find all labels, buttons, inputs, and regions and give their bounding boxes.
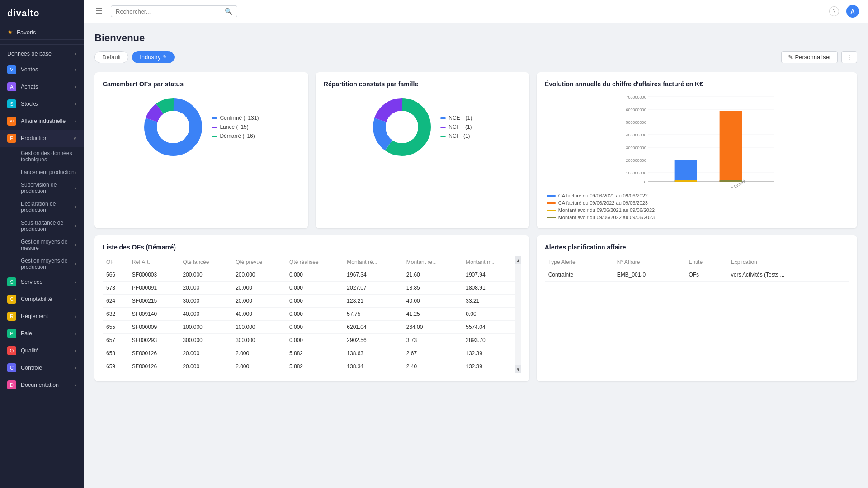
svg-text:400000000: 400000000: [626, 133, 646, 137]
sidebar-item-paie[interactable]: P Paie ›: [0, 325, 84, 342]
paie-icon: P: [7, 329, 16, 338]
card-evolution: Évolution annuelle du chiffre d'affaires…: [537, 72, 857, 228]
chevron-right-icon: ›: [75, 224, 76, 229]
legend-label: NCI: [448, 133, 458, 139]
sidebar-item-documentation[interactable]: D Documentation ›: [0, 376, 84, 394]
table-cell: 0.000: [286, 321, 343, 334]
legend-item: CA facturé du 09/06/2021 au 09/06/2022: [547, 193, 847, 198]
main-content: ☰ 🔍 ? A Bienvenue Default Industry ✎ ✎ P…: [84, 0, 868, 488]
col-mr2: Montant re...: [403, 256, 462, 268]
card-alerts: Alertes planification affaire Type Alert…: [537, 235, 857, 381]
scroll-down-button[interactable]: ▼: [515, 365, 521, 373]
sidebar-item-ventes[interactable]: V Ventes ›: [0, 61, 84, 78]
sidebar-sub-sous-traitance[interactable]: Sous-traitance de production ›: [0, 216, 84, 235]
legend-item: Montant avoir du 09/06/2022 au 09/06/202…: [547, 215, 847, 220]
table-row: 573PF00009120.00020.0000.0002027.0718.85…: [103, 282, 521, 295]
table-cell: 264.00: [403, 321, 462, 334]
table-row: 657SF000293300.000300.0000.0002902.563.7…: [103, 334, 521, 347]
sidebar-item-reglement[interactable]: R Règlement ›: [0, 308, 84, 325]
table-cell: 33.21: [462, 295, 521, 308]
search-input[interactable]: [116, 8, 222, 15]
sidebar-sub-supervision[interactable]: Supervision de production ›: [0, 178, 84, 197]
legend-item: NCE (1): [440, 115, 472, 121]
table-cell: 632: [103, 308, 128, 321]
ventes-icon: V: [7, 65, 16, 74]
table-cell: 18.85: [403, 282, 462, 295]
table-cell: 0.000: [286, 268, 343, 282]
chevron-right-icon: ›: [75, 102, 76, 107]
table-cell: 2893.70: [462, 334, 521, 347]
col-of: OF: [103, 256, 128, 268]
chevron-right-icon: ›: [75, 262, 76, 267]
tab-actions: ✎ Personnaliser ⋮: [781, 51, 858, 63]
svg-rect-25: [719, 111, 742, 182]
sidebar-sub-gestion-donnees[interactable]: Gestion des données techniques: [0, 147, 84, 166]
personnaliser-button[interactable]: ✎ Personnaliser: [781, 51, 838, 63]
sidebar-item-controle[interactable]: C Contrôle ›: [0, 359, 84, 376]
svg-text:500000000: 500000000: [626, 120, 646, 125]
sidebar-sub-lancement[interactable]: Lancement production ›: [0, 166, 84, 178]
sidebar-item-stocks[interactable]: S Stocks ›: [0, 95, 84, 113]
alerts-table-body: ContrainteEMB_001-0OFsvers Activités (Te…: [545, 268, 849, 282]
table-cell: 0.000: [286, 295, 343, 308]
table-cell: 20.000: [179, 282, 232, 295]
sidebar-item-production[interactable]: P Production ∨: [0, 130, 84, 147]
legend-item: NCI (1): [440, 133, 472, 139]
sidebar-item-donnees-de-base[interactable]: Données de base ›: [0, 47, 84, 61]
sub-label: Déclaration de production: [21, 201, 75, 213]
sidebar-item-services[interactable]: S Services ›: [0, 273, 84, 291]
sidebar-sub-declaration[interactable]: Déclaration de production ›: [0, 197, 84, 216]
donut-svg-of: [144, 98, 203, 156]
table-cell: 20.000: [179, 360, 232, 373]
table-cell: 20.000: [232, 282, 286, 295]
tab-industry[interactable]: Industry ✎: [132, 51, 175, 63]
table-cell: 0.000: [286, 282, 343, 295]
table-cell: 659: [103, 360, 128, 373]
sidebar-item-affaire-industrielle[interactable]: AI Affaire industrielle ›: [0, 113, 84, 130]
scroll-up-button[interactable]: ▲: [515, 256, 521, 264]
documentation-icon: D: [7, 380, 16, 389]
svg-point-3: [157, 111, 189, 143]
table-cell: 128.21: [343, 295, 402, 308]
legend-label: Démarré (: [220, 133, 244, 139]
help-icon[interactable]: ?: [829, 6, 839, 16]
of-table-scroll[interactable]: OF Réf Art. Qté lancée Qté prévue Qté ré…: [103, 256, 521, 373]
sidebar-item-qualite[interactable]: Q Qualité ›: [0, 342, 84, 359]
search-icon[interactable]: 🔍: [225, 8, 232, 15]
card-evolution-title: Évolution annuelle du chiffre d'affaires…: [545, 80, 849, 88]
table-cell: SF000215: [128, 295, 179, 308]
table-cell: 20.000: [179, 347, 232, 360]
legend-color: [212, 117, 217, 119]
tab-default[interactable]: Default: [94, 51, 128, 63]
topbar-right: ? A: [829, 5, 859, 18]
legend-label: Confirmé (: [220, 115, 245, 121]
sidebar-sub-moyens-mesure[interactable]: Gestion moyens de mesure ›: [0, 235, 84, 254]
table-cell: 300.000: [232, 334, 286, 347]
table-cell: 40.00: [403, 295, 462, 308]
more-options-button[interactable]: ⋮: [841, 51, 857, 63]
sidebar-item-comptabilite[interactable]: C Comptabilité ›: [0, 291, 84, 308]
table-cell: 658: [103, 347, 128, 360]
table-cell: 138.34: [343, 360, 402, 373]
table-row: 655SF000009100.000100.0000.0006201.04264…: [103, 321, 521, 334]
chevron-right-icon: ›: [75, 205, 76, 210]
chevron-right-icon: ›: [75, 348, 76, 353]
table-cell: 5574.04: [462, 321, 521, 334]
sidebar-item-achats[interactable]: A Achats ›: [0, 78, 84, 95]
table-cell: 566: [103, 268, 128, 282]
donut-chart-repartition: NCE (1) NCF (1) NCI (1): [324, 93, 521, 161]
table-row: 659SF00012620.0002.0005.882138.342.40132…: [103, 360, 521, 373]
legend-value: 15): [241, 124, 248, 130]
legend-color: [440, 117, 446, 119]
user-avatar[interactable]: A: [846, 5, 859, 18]
favorites-item[interactable]: ★ Favoris: [0, 25, 84, 40]
table-cell: 573: [103, 282, 128, 295]
table-cell: 0.00: [462, 308, 521, 321]
sidebar-sub-moyens-production[interactable]: Gestion moyens de production ›: [0, 254, 84, 273]
alerts-table: Type Alerte N° Affaire Entité Explicatio…: [545, 256, 849, 282]
hamburger-button[interactable]: ☰: [93, 5, 105, 18]
logo: divalto: [0, 0, 84, 25]
card-repartition-title: Répartition constats par famille: [324, 80, 521, 88]
legend-color: [547, 210, 556, 211]
donut-legend-of: Confirmé ( 131) Lancé ( 15) Démarré ( 16…: [212, 115, 259, 139]
